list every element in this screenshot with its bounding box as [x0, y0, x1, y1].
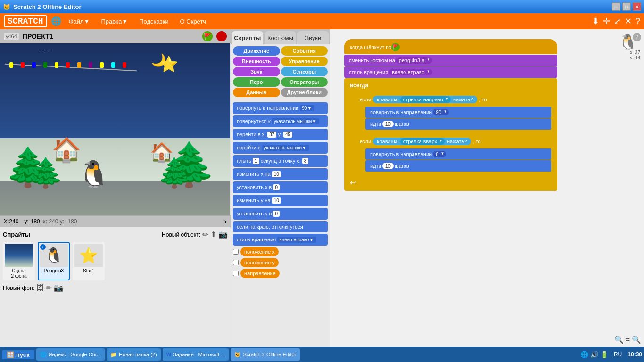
cat-sensing-button[interactable]: Сенсоры	[281, 67, 328, 76]
title-left: 🐱 Scratch 2 Offline Editor	[3, 3, 81, 10]
xpos-checkbox[interactable]	[233, 249, 239, 255]
block-set-rotation[interactable]: стиль вращения влево-вправо	[344, 66, 557, 78]
cat-pen-button[interactable]: Перо	[233, 77, 280, 87]
cat-operators-button[interactable]: Операторы	[281, 77, 328, 87]
menu-tips[interactable]: Подсказки	[135, 16, 172, 27]
block-direction[interactable]: направление	[233, 269, 328, 278]
stage-canvas: 🌙 ⭐ 🌲 🌲 🌲 🌲	[0, 43, 230, 215]
zoom-reset-icon[interactable]: =	[626, 336, 630, 344]
steps-label-1: шагов	[395, 121, 409, 127]
then-label-1: , то	[479, 97, 487, 102]
taskbar-folder[interactable]: 📁 Новая папка (2)	[107, 348, 161, 361]
turn2-dropdown[interactable]: 0	[433, 151, 446, 157]
help-toolbar-icon[interactable]: ?	[636, 16, 640, 26]
rotation-dropdown[interactable]: влево-вправо	[389, 69, 432, 75]
block-change-x[interactable]: изменить x на 10	[233, 168, 328, 180]
cat-motion-button[interactable]: Движение	[233, 46, 280, 56]
scene-name: Сцена2 фона	[5, 268, 33, 279]
script-x: x: 37	[630, 50, 640, 55]
start-icon: 🪟	[7, 351, 14, 358]
cat-looks-button[interactable]: Внешность	[233, 57, 280, 66]
menu-about[interactable]: О Скретч	[176, 16, 210, 27]
block-rotation-style[interactable]: стиль вращения влево-вправо▼	[233, 234, 328, 246]
word-icon: W	[166, 352, 171, 357]
rotation-label: стиль вращения	[349, 69, 388, 75]
resize-icon[interactable]: ⤢	[614, 16, 621, 26]
costume-label: сменить костюм на	[349, 58, 395, 63]
block-glide[interactable]: плыть 1 секунд в точку x: 8	[233, 155, 328, 167]
block-turn-toward[interactable]: повернуться к указатель мышки▼	[233, 115, 328, 127]
upload-backdrop-button[interactable]: ✏	[46, 283, 52, 292]
camera-backdrop-button[interactable]: 📷	[54, 283, 63, 292]
word-label: Задание - Microsoft ...	[173, 352, 225, 357]
scroll-arrow[interactable]: ›	[224, 217, 227, 226]
star1-sprite-item[interactable]: ⭐ Star1	[73, 242, 105, 280]
block-walk-2[interactable]: идти 10 шагов	[365, 160, 551, 172]
block-turn-90[interactable]: повернуть в направлении 90	[365, 107, 551, 118]
main-area: y464 ПРОЕКТ1 🚩 🌙 ⭐	[0, 29, 644, 347]
forever-header: всегда	[346, 80, 555, 90]
penguin3-thumb: i 🐧	[40, 244, 68, 267]
start-button[interactable]: 🪟 пуск	[2, 350, 34, 359]
taskbar-word[interactable]: W Задание - Microsoft ...	[163, 348, 229, 361]
close-button[interactable]: ✕	[633, 2, 641, 11]
tab-sounds[interactable]: Звуки	[297, 31, 329, 44]
block-goto[interactable]: перейти в указатель мышки▼	[233, 142, 328, 154]
direction-checkbox[interactable]	[233, 271, 239, 276]
taskbar-scratch[interactable]: 🐱 Scratch 2 Offline Editor	[231, 348, 300, 361]
snow-dots: · · · · · · ·	[38, 48, 51, 52]
ypos-checkbox[interactable]	[233, 260, 239, 265]
costume-dropdown[interactable]: penguin3-a	[396, 57, 432, 64]
block-change-y[interactable]: изменить у на 10	[233, 195, 328, 206]
block-goto-xy[interactable]: перейти в x: 37 y: 45	[233, 129, 328, 140]
tab-scripts[interactable]: Скрипты	[232, 31, 263, 44]
key2-dropdown[interactable]: стрелка вверх	[400, 138, 445, 145]
menu-edit[interactable]: Правка▼	[97, 16, 132, 27]
zoom-in-icon[interactable]: 🔍	[614, 335, 624, 344]
block-set-y[interactable]: установить у в 0	[233, 208, 328, 220]
maximize-button[interactable]: □	[622, 2, 631, 11]
block-switch-costume[interactable]: сменить костюм на penguin3-a	[344, 55, 557, 66]
block-walk-1[interactable]: идти 10 шагов	[365, 118, 551, 130]
block-ypos[interactable]: положение у	[233, 258, 328, 267]
turn1-dropdown[interactable]: 90	[433, 109, 449, 115]
penguin3-sprite-item[interactable]: i 🐧 Penguin3	[38, 242, 70, 280]
cat-sound-button[interactable]: Звук	[233, 67, 280, 76]
cat-data-button[interactable]: Данные	[233, 88, 280, 97]
stop-button[interactable]	[216, 31, 227, 41]
cat-events-button[interactable]: События	[281, 46, 328, 56]
block-when-flag[interactable]: когда щёлкнут по 🚩	[344, 39, 557, 54]
zoom-out-icon[interactable]: 🔍	[632, 335, 641, 344]
new-backdrop-area: Новый фон: 🖼 ✏ 📷	[3, 283, 228, 292]
coord-y-label: y:	[24, 218, 28, 225]
block-bounce[interactable]: если на краю, оттолкнуться	[233, 221, 328, 232]
if-label-2: если	[360, 139, 371, 144]
upload-sprite-button[interactable]: ⬆	[210, 230, 216, 239]
fullscreen-icon[interactable]: ✕	[625, 16, 632, 26]
paint-sprite-button[interactable]: ✏	[202, 230, 208, 239]
green-flag-button[interactable]: 🚩	[202, 31, 213, 41]
block-turn-0[interactable]: повернуть в направлении 0	[365, 148, 551, 160]
tab-costumes[interactable]: Костюмы	[265, 31, 296, 44]
coord-text: x: 240 y: -180	[43, 218, 77, 225]
key1-dropdown[interactable]: стрелка направо	[400, 96, 451, 103]
sprites-label: Спрайты	[3, 231, 30, 238]
block-set-x[interactable]: установить x в 0	[233, 181, 328, 193]
block-xpos[interactable]: положение x	[233, 247, 328, 256]
flag-in-block: 🚩	[391, 43, 400, 51]
add-icon[interactable]: ✛	[603, 16, 610, 26]
globe-icon[interactable]: 🌐	[51, 16, 61, 26]
menu-file[interactable]: Файл▼	[65, 16, 94, 27]
minimize-button[interactable]: ─	[612, 2, 620, 11]
cat-control-button[interactable]: Управление	[281, 57, 328, 66]
paint-backdrop-button[interactable]: 🖼	[36, 284, 44, 292]
taskbar-browser[interactable]: 🌐 Яндекс - Google Chr...	[36, 348, 105, 361]
penguin-sprite: 🐧	[78, 159, 110, 189]
camera-sprite-button[interactable]: 📷	[218, 230, 228, 239]
cat-more-button[interactable]: Другие блоки	[281, 88, 328, 97]
scene-item[interactable]: Сцена2 фона	[3, 242, 35, 280]
block-turn-direction[interactable]: повернуть в направлении 90▼	[233, 102, 328, 114]
download-icon[interactable]: ⬇	[592, 16, 599, 26]
stage-area: y464 ПРОЕКТ1 🚩 🌙 ⭐	[0, 29, 231, 347]
walk1-value: 10	[382, 121, 394, 127]
